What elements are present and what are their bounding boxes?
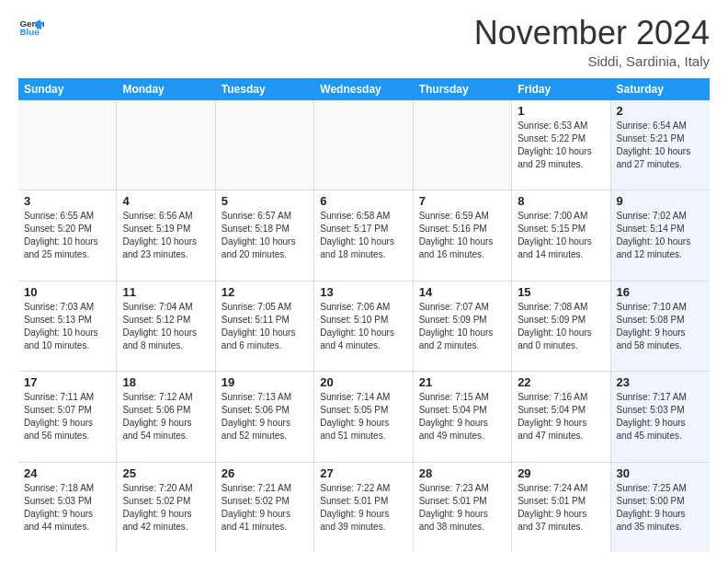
day-number: 5 bbox=[222, 194, 308, 208]
day-cell-0-1 bbox=[117, 100, 215, 190]
day-cell-3-5: 22Sunrise: 7:16 AM Sunset: 5:04 PM Dayli… bbox=[512, 372, 610, 461]
month-title: November 2024 bbox=[474, 15, 710, 52]
day-info: Sunrise: 7:13 AM Sunset: 5:06 PM Dayligh… bbox=[222, 391, 308, 442]
day-info: Sunrise: 6:54 AM Sunset: 5:21 PM Dayligh… bbox=[617, 120, 704, 171]
day-number: 20 bbox=[320, 375, 406, 389]
day-number: 10 bbox=[24, 285, 110, 299]
day-cell-2-3: 13Sunrise: 7:06 AM Sunset: 5:10 PM Dayli… bbox=[314, 282, 413, 371]
logo-icon: General Blue bbox=[18, 15, 44, 40]
day-cell-4-5: 29Sunrise: 7:24 AM Sunset: 5:01 PM Dayli… bbox=[512, 463, 610, 552]
day-number: 13 bbox=[320, 285, 406, 299]
day-cell-0-2 bbox=[216, 100, 314, 190]
day-cell-4-0: 24Sunrise: 7:18 AM Sunset: 5:03 PM Dayli… bbox=[18, 463, 117, 552]
day-info: Sunrise: 6:57 AM Sunset: 5:18 PM Dayligh… bbox=[222, 210, 308, 261]
day-cell-0-4 bbox=[414, 100, 512, 190]
day-cell-0-0 bbox=[18, 100, 117, 190]
day-cell-1-0: 3Sunrise: 6:55 AM Sunset: 5:20 PM Daylig… bbox=[18, 190, 117, 280]
day-info: Sunrise: 7:24 AM Sunset: 5:01 PM Dayligh… bbox=[518, 482, 604, 534]
day-cell-2-1: 11Sunrise: 7:04 AM Sunset: 5:12 PM Dayli… bbox=[117, 282, 215, 371]
day-number: 21 bbox=[419, 375, 506, 389]
day-info: Sunrise: 7:02 AM Sunset: 5:14 PM Dayligh… bbox=[617, 210, 704, 261]
day-number: 22 bbox=[518, 375, 604, 389]
day-number: 25 bbox=[122, 466, 209, 480]
header: General Blue November 2024 Siddi, Sardin… bbox=[18, 15, 710, 69]
day-cell-1-4: 7Sunrise: 6:59 AM Sunset: 5:16 PM Daylig… bbox=[414, 190, 512, 280]
day-number: 2 bbox=[617, 104, 704, 118]
day-number: 24 bbox=[24, 466, 110, 480]
day-number: 4 bbox=[122, 194, 209, 208]
day-info: Sunrise: 7:07 AM Sunset: 5:09 PM Dayligh… bbox=[419, 301, 506, 352]
title-block: November 2024 Siddi, Sardinia, Italy bbox=[474, 15, 710, 69]
header-wednesday: Wednesday bbox=[314, 78, 413, 100]
day-info: Sunrise: 7:22 AM Sunset: 5:01 PM Dayligh… bbox=[320, 482, 406, 534]
day-info: Sunrise: 7:16 AM Sunset: 5:04 PM Dayligh… bbox=[518, 391, 604, 442]
day-number: 3 bbox=[24, 194, 110, 208]
day-info: Sunrise: 7:10 AM Sunset: 5:08 PM Dayligh… bbox=[617, 301, 704, 352]
day-number: 12 bbox=[222, 285, 308, 299]
day-number: 6 bbox=[320, 194, 406, 208]
day-info: Sunrise: 7:11 AM Sunset: 5:07 PM Dayligh… bbox=[24, 391, 110, 442]
header-tuesday: Tuesday bbox=[216, 78, 314, 100]
day-number: 27 bbox=[320, 466, 406, 480]
day-number: 29 bbox=[518, 466, 604, 480]
day-cell-1-1: 4Sunrise: 6:56 AM Sunset: 5:19 PM Daylig… bbox=[117, 190, 215, 280]
day-info: Sunrise: 6:56 AM Sunset: 5:19 PM Dayligh… bbox=[122, 210, 209, 261]
day-cell-4-4: 28Sunrise: 7:23 AM Sunset: 5:01 PM Dayli… bbox=[414, 463, 512, 552]
day-cell-4-1: 25Sunrise: 7:20 AM Sunset: 5:02 PM Dayli… bbox=[117, 463, 215, 552]
day-number: 30 bbox=[617, 466, 704, 480]
day-number: 8 bbox=[518, 194, 604, 208]
week-row-1: 1Sunrise: 6:53 AM Sunset: 5:22 PM Daylig… bbox=[18, 100, 710, 190]
day-cell-2-4: 14Sunrise: 7:07 AM Sunset: 5:09 PM Dayli… bbox=[414, 282, 512, 371]
day-number: 14 bbox=[419, 285, 506, 299]
day-info: Sunrise: 7:23 AM Sunset: 5:01 PM Dayligh… bbox=[419, 482, 506, 534]
day-cell-2-0: 10Sunrise: 7:03 AM Sunset: 5:13 PM Dayli… bbox=[18, 282, 117, 371]
day-number: 26 bbox=[222, 466, 308, 480]
day-info: Sunrise: 7:04 AM Sunset: 5:12 PM Dayligh… bbox=[122, 301, 209, 352]
header-monday: Monday bbox=[117, 78, 215, 100]
day-cell-0-5: 1Sunrise: 6:53 AM Sunset: 5:22 PM Daylig… bbox=[512, 100, 610, 190]
location: Siddi, Sardinia, Italy bbox=[474, 53, 710, 69]
day-info: Sunrise: 6:53 AM Sunset: 5:22 PM Dayligh… bbox=[518, 120, 604, 171]
day-info: Sunrise: 7:05 AM Sunset: 5:11 PM Dayligh… bbox=[222, 301, 308, 352]
day-number: 19 bbox=[222, 375, 308, 389]
day-cell-3-1: 18Sunrise: 7:12 AM Sunset: 5:06 PM Dayli… bbox=[117, 372, 215, 461]
day-cell-4-2: 26Sunrise: 7:21 AM Sunset: 5:02 PM Dayli… bbox=[216, 463, 314, 552]
day-number: 28 bbox=[419, 466, 506, 480]
day-number: 11 bbox=[122, 285, 209, 299]
day-info: Sunrise: 7:21 AM Sunset: 5:02 PM Dayligh… bbox=[222, 482, 308, 534]
day-cell-1-5: 8Sunrise: 7:00 AM Sunset: 5:15 PM Daylig… bbox=[512, 190, 610, 280]
day-cell-1-3: 6Sunrise: 6:58 AM Sunset: 5:17 PM Daylig… bbox=[314, 190, 413, 280]
day-info: Sunrise: 7:08 AM Sunset: 5:09 PM Dayligh… bbox=[518, 301, 604, 352]
day-cell-0-3 bbox=[314, 100, 413, 190]
logo: General Blue bbox=[18, 15, 44, 40]
header-friday: Friday bbox=[512, 78, 610, 100]
day-info: Sunrise: 6:55 AM Sunset: 5:20 PM Dayligh… bbox=[24, 210, 110, 261]
header-thursday: Thursday bbox=[414, 78, 512, 100]
header-sunday: Sunday bbox=[18, 78, 117, 100]
day-cell-4-3: 27Sunrise: 7:22 AM Sunset: 5:01 PM Dayli… bbox=[314, 463, 413, 552]
day-cell-2-2: 12Sunrise: 7:05 AM Sunset: 5:11 PM Dayli… bbox=[216, 282, 314, 371]
day-number: 9 bbox=[617, 194, 704, 208]
day-info: Sunrise: 7:00 AM Sunset: 5:15 PM Dayligh… bbox=[518, 210, 604, 261]
day-cell-3-2: 19Sunrise: 7:13 AM Sunset: 5:06 PM Dayli… bbox=[216, 372, 314, 461]
day-info: Sunrise: 7:06 AM Sunset: 5:10 PM Dayligh… bbox=[320, 301, 406, 352]
day-cell-2-5: 15Sunrise: 7:08 AM Sunset: 5:09 PM Dayli… bbox=[512, 282, 610, 371]
day-info: Sunrise: 7:15 AM Sunset: 5:04 PM Dayligh… bbox=[419, 391, 506, 442]
week-row-3: 10Sunrise: 7:03 AM Sunset: 5:13 PM Dayli… bbox=[18, 282, 710, 372]
day-info: Sunrise: 7:25 AM Sunset: 5:00 PM Dayligh… bbox=[617, 482, 704, 534]
week-row-5: 24Sunrise: 7:18 AM Sunset: 5:03 PM Dayli… bbox=[18, 463, 710, 552]
calendar-body: 1Sunrise: 6:53 AM Sunset: 5:22 PM Daylig… bbox=[18, 100, 710, 552]
day-number: 15 bbox=[518, 285, 604, 299]
day-cell-4-6: 30Sunrise: 7:25 AM Sunset: 5:00 PM Dayli… bbox=[611, 463, 710, 552]
day-number: 18 bbox=[122, 375, 209, 389]
week-row-2: 3Sunrise: 6:55 AM Sunset: 5:20 PM Daylig… bbox=[18, 190, 710, 281]
day-cell-1-2: 5Sunrise: 6:57 AM Sunset: 5:18 PM Daylig… bbox=[216, 190, 314, 280]
day-info: Sunrise: 7:20 AM Sunset: 5:02 PM Dayligh… bbox=[122, 482, 209, 534]
day-info: Sunrise: 7:12 AM Sunset: 5:06 PM Dayligh… bbox=[122, 391, 209, 442]
day-info: Sunrise: 6:58 AM Sunset: 5:17 PM Dayligh… bbox=[320, 210, 406, 261]
page: General Blue November 2024 Siddi, Sardin… bbox=[0, 0, 728, 563]
day-cell-3-3: 20Sunrise: 7:14 AM Sunset: 5:05 PM Dayli… bbox=[314, 372, 413, 461]
week-row-4: 17Sunrise: 7:11 AM Sunset: 5:07 PM Dayli… bbox=[18, 372, 710, 462]
day-info: Sunrise: 7:18 AM Sunset: 5:03 PM Dayligh… bbox=[24, 482, 110, 534]
day-info: Sunrise: 6:59 AM Sunset: 5:16 PM Dayligh… bbox=[419, 210, 506, 261]
